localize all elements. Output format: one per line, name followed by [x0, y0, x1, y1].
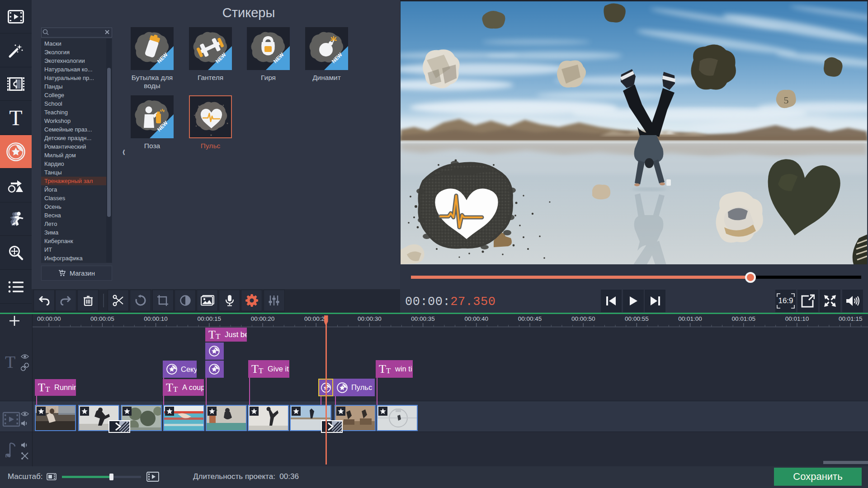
svg-text:T: T [259, 366, 264, 375]
svg-text:T: T [216, 332, 221, 340]
svg-text:T: T [38, 382, 45, 393]
svg-text:T: T [208, 329, 216, 340]
svg-text:T: T [379, 364, 386, 375]
svg-text:T: T [251, 364, 259, 375]
svg-text:5: 5 [784, 94, 789, 106]
svg-text:T: T [173, 385, 178, 393]
svg-text:T: T [45, 385, 50, 393]
svg-text:T: T [166, 382, 173, 393]
svg-text:T: T [386, 366, 391, 375]
